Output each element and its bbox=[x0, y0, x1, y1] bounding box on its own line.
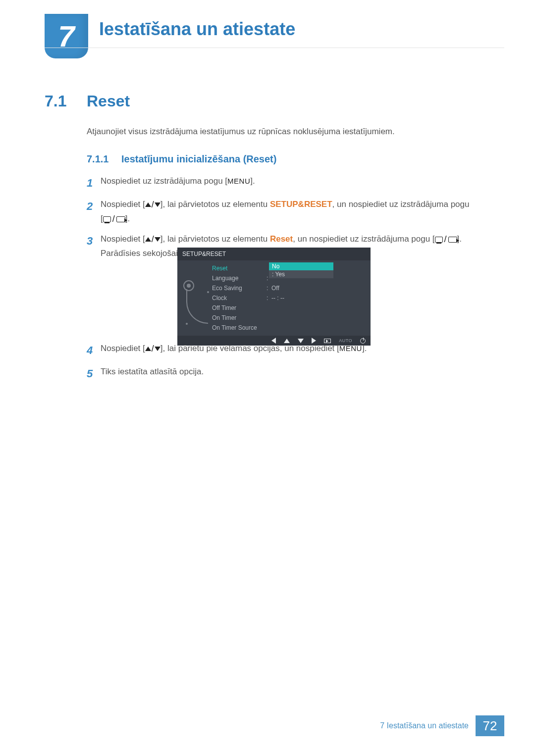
osd-option-yes: Yes bbox=[269, 270, 333, 278]
step-body: Tiks iestatīta atlasītā opcija. bbox=[101, 365, 504, 382]
osd-label: Reset bbox=[212, 265, 267, 272]
step-number: 2 bbox=[87, 198, 101, 226]
text: , un nospiediet uz izstrādājuma pogu bbox=[332, 200, 470, 209]
osd-label: On Timer Source bbox=[212, 324, 267, 331]
text: , un nospiediet uz izstrādājuma pogu [ bbox=[293, 234, 434, 244]
step-body: Nospiediet [/], lai pārvietotos uz eleme… bbox=[101, 198, 504, 226]
source-enter-icon: / bbox=[103, 212, 125, 226]
step-4: 4 Nospiediet [/], lai pārietu pie vēlamā… bbox=[87, 342, 504, 359]
step-2: 2 Nospiediet [/], lai pārvietotos uz ele… bbox=[87, 198, 504, 226]
osd-value: -- : -- bbox=[271, 295, 284, 302]
section-intro: Atjaunojiet visus izstrādājuma iestatīju… bbox=[87, 126, 504, 138]
subsection-title: Iestatījumu inicializēšana (Reset) bbox=[121, 153, 276, 165]
text: ]. bbox=[250, 176, 255, 186]
osd-value: Off bbox=[271, 285, 279, 292]
text: ], lai pārvietotos uz elementu bbox=[160, 200, 270, 209]
text: Nospiediet uz izstrādājuma pogu [ bbox=[101, 176, 227, 186]
page-footer: 7 Iestatīšana un atiestate 72 bbox=[0, 715, 504, 736]
steps-lower: 4 Nospiediet [/], lai pārietu pie vēlamā… bbox=[87, 342, 504, 388]
text: Nospiediet [ bbox=[101, 234, 145, 244]
section-title: Reset bbox=[87, 92, 130, 110]
step-number: 5 bbox=[87, 365, 101, 382]
text: ]. bbox=[362, 344, 367, 353]
section-number: 7.1 bbox=[45, 92, 66, 110]
text: ], lai pārietu pie vēlamās opcijas, un n… bbox=[160, 344, 339, 353]
osd-row: On Timer Source bbox=[177, 323, 371, 333]
osd-label: Off Timer bbox=[212, 304, 267, 311]
step-number: 4 bbox=[87, 342, 101, 359]
text: ], lai pārvietotos uz elementu bbox=[160, 234, 270, 244]
keyword-setup-reset: SETUP&RESET bbox=[270, 200, 332, 209]
chapter-number: 7 bbox=[58, 19, 74, 53]
source-enter-icon: / bbox=[435, 232, 457, 247]
osd-title: SETUP&RESET bbox=[177, 248, 371, 260]
subsection-number: 7.1.1 bbox=[87, 153, 108, 165]
osd-label: Language bbox=[212, 275, 267, 282]
step-5: 5 Tiks iestatīta atlasītā opcija. bbox=[87, 365, 504, 382]
text: Nospiediet [ bbox=[101, 344, 145, 353]
footer-chapter-title: 7 Iestatīšana un atiestate bbox=[380, 721, 469, 730]
step-number: 3 bbox=[87, 232, 101, 260]
menu-label: MENU bbox=[339, 344, 362, 353]
footer-page-number: 72 bbox=[476, 715, 504, 736]
step-body: Nospiediet [/], lai pārietu pie vēlamās … bbox=[101, 342, 504, 359]
osd-popup: No Yes bbox=[269, 262, 333, 278]
chapter-badge: 7 bbox=[45, 14, 88, 58]
osd-screenshot: SETUP&RESET No Yes Reset Language: Eco S… bbox=[177, 248, 371, 346]
keyword-reset: Reset bbox=[270, 234, 293, 244]
text: Nospiediet [ bbox=[101, 200, 145, 209]
osd-option-no: No bbox=[269, 262, 333, 270]
divider bbox=[45, 48, 504, 48]
step-number: 1 bbox=[87, 174, 101, 192]
osd-label: Clock bbox=[212, 295, 267, 302]
osd-label: Eco Saving bbox=[212, 285, 267, 292]
step-body: Nospiediet uz izstrādājuma pogu [MENU]. bbox=[101, 174, 504, 192]
osd-label: On Timer bbox=[212, 314, 267, 321]
up-down-icon: / bbox=[145, 232, 160, 247]
up-down-icon: / bbox=[145, 198, 160, 212]
menu-label: MENU bbox=[227, 177, 250, 185]
chapter-title: Iestatīšana un atiestate bbox=[99, 19, 295, 40]
up-down-icon: / bbox=[145, 342, 160, 356]
gear-icon bbox=[183, 280, 194, 291]
step-1: 1 Nospiediet uz izstrādājuma pogu [MENU]… bbox=[87, 174, 504, 192]
